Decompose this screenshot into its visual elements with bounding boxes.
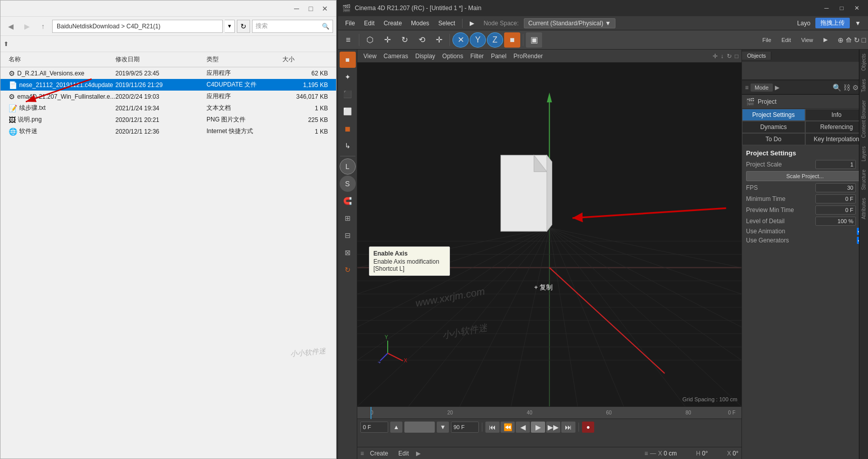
tl-arrow-up[interactable]: ▲ <box>390 422 402 433</box>
tl-skip-start[interactable]: ⏮ <box>485 422 500 433</box>
bottom-menu-btn[interactable]: ≡ <box>360 450 364 457</box>
menu-select[interactable]: Select <box>434 19 459 28</box>
transform-tool-button[interactable]: ✛ <box>431 32 447 48</box>
lt-s-btn[interactable]: S <box>340 176 356 192</box>
vp-menu-panel[interactable]: Panel <box>488 52 510 61</box>
min-time-input[interactable] <box>815 194 856 203</box>
attr-menu-icon[interactable]: ≡ <box>745 84 749 91</box>
vtab-content-browser[interactable]: Content Browser <box>860 96 867 142</box>
minimize-button[interactable]: ─ <box>290 2 304 16</box>
vp-menu-display[interactable]: Display <box>412 52 438 61</box>
address-path[interactable]: BaiduNetdiskDownload > C4D_R21(1) <box>52 20 223 33</box>
toolbar-icon-2[interactable]: ⟰ <box>846 36 852 44</box>
lt-axis-btn[interactable]: L <box>340 158 356 175</box>
lt-magnet[interactable]: 🧲 <box>340 193 356 209</box>
tl-skip-end[interactable]: ⏭ <box>561 422 575 433</box>
lt-grid1[interactable]: ⊞ <box>340 210 356 226</box>
attr-gear-icon[interactable]: ⚙ <box>852 84 859 92</box>
table-row[interactable]: ⚙ D_R.21.All_Versions.exe 2019/9/25 23:4… <box>1 67 336 79</box>
tab-objects[interactable]: Objects <box>742 52 771 60</box>
table-row[interactable]: 📝 续步骤.txt 2021/1/24 19:34 文本文档 1 KB <box>1 102 336 114</box>
up-button[interactable]: ↑ <box>36 19 50 33</box>
toolbar-icon-3[interactable]: ↻ <box>854 36 860 44</box>
bottom-arrow-btn[interactable]: ▶ <box>415 449 422 458</box>
tl-step-back[interactable]: ⏪ <box>501 422 515 433</box>
search-box[interactable]: 搜索 🔍 <box>252 20 333 33</box>
move-tool-button[interactable]: ✛ <box>379 32 395 48</box>
fps-input[interactable] <box>815 183 856 192</box>
attr-chain-icon[interactable]: ⛓ <box>843 84 850 92</box>
vtab-attributes[interactable]: Attributes <box>860 194 867 223</box>
toolbar-right-arrow[interactable]: ▶ <box>819 35 832 44</box>
menu-arrow[interactable]: ▶ <box>466 19 478 28</box>
object-mode-button[interactable]: ■ <box>504 32 520 48</box>
scale-project-button[interactable]: Scale Project... <box>746 171 864 181</box>
edit-menu-btn[interactable]: Edit <box>394 449 413 458</box>
tl-arrow-down[interactable]: ▼ <box>437 422 449 433</box>
xray-button[interactable]: ✕ <box>452 32 469 48</box>
table-row[interactable]: 🖼 说明.png 2020/12/1 20:21 PNG 图片文件 225 KB <box>1 114 336 126</box>
col-size[interactable]: 大小 <box>282 54 328 65</box>
lt-cube3[interactable]: ◼ <box>340 120 356 137</box>
vp-menu-cameras[interactable]: Cameras <box>381 52 411 61</box>
lod-input[interactable] <box>815 217 856 226</box>
lt-cycle[interactable]: ↻ <box>340 262 356 278</box>
menu-modes[interactable]: Modes <box>407 19 433 28</box>
table-row[interactable]: ⚙ ema4D-21.207_Win_Fullinstaller.e... 20… <box>1 91 336 102</box>
menu-file[interactable]: File <box>341 19 359 28</box>
close-button[interactable]: ✕ <box>318 2 332 16</box>
col-name[interactable]: 名称 <box>9 54 115 65</box>
toolbar-menu-icon[interactable]: ≡ <box>340 32 356 48</box>
lt-grid3[interactable]: ⊠ <box>340 244 356 261</box>
lt-star[interactable]: ✦ <box>340 69 356 85</box>
vp-icon-move[interactable]: ✛ <box>713 53 718 60</box>
toolbar-icon-4[interactable]: □ <box>862 36 866 44</box>
menu-nodespace-value[interactable]: Current (Standard/Physical) ▼ <box>524 18 615 28</box>
address-dropdown[interactable]: ▼ <box>225 20 235 33</box>
cloud-button[interactable]: 拖拽上传 <box>815 18 850 28</box>
col-type[interactable]: 类型 <box>206 54 282 65</box>
table-row[interactable]: 📄 nese_21112_20191121.c4dupdate 2019/11/… <box>1 79 336 91</box>
attr-lock-icon[interactable]: 🔍 <box>833 84 841 92</box>
playhead[interactable] <box>370 407 371 419</box>
c4d-close-button[interactable]: ✕ <box>850 3 864 14</box>
lt-grid2[interactable]: ⊟ <box>340 227 356 243</box>
lt-arrow[interactable]: ↳ <box>340 138 356 154</box>
c4d-maximize-button[interactable]: □ <box>835 3 849 14</box>
frame-start-input[interactable] <box>360 422 388 433</box>
vp-menu-options[interactable]: Options <box>439 52 466 61</box>
menu-create[interactable]: Create <box>380 19 406 28</box>
lt-cube2[interactable]: ⬜ <box>340 103 356 119</box>
col-modified[interactable]: 修改日期 <box>115 54 206 65</box>
menu-edit[interactable]: Edit <box>360 19 379 28</box>
viewport[interactable]: Perspective Default Camera •° <box>357 63 741 406</box>
refresh-button[interactable]: ↻ <box>237 20 250 33</box>
lt-cube[interactable]: ⬛ <box>340 86 356 102</box>
subtab-dynamics[interactable]: Dynamics <box>742 121 805 133</box>
vp-icon-down[interactable]: ↓ <box>721 53 724 60</box>
tl-record[interactable]: ● <box>582 422 594 433</box>
mode-button[interactable]: Mode <box>751 84 773 92</box>
rotate-tool-button[interactable]: ↻ <box>396 32 412 48</box>
lt-cube-orange[interactable]: ■ <box>340 52 356 68</box>
menu-arrow-right[interactable]: ▼ <box>851 19 865 28</box>
subtab-project-settings[interactable]: Project Settings <box>742 109 805 121</box>
vp-menu-filter[interactable]: Filter <box>467 52 487 61</box>
tl-play[interactable]: ▶ <box>531 422 545 433</box>
forward-button[interactable]: ▶ <box>20 19 34 33</box>
tl-step-forward[interactable]: ▶▶ <box>546 422 560 433</box>
z-button[interactable]: Z <box>487 32 503 48</box>
vtab-layers[interactable]: Layers <box>860 142 867 165</box>
menu-layo[interactable]: Layo <box>793 19 814 28</box>
y-button[interactable]: Y <box>470 32 486 48</box>
tl-scrubber[interactable] <box>404 422 435 433</box>
create-menu-btn[interactable]: Create <box>366 449 392 458</box>
c4d-minimize-button[interactable]: ─ <box>819 3 834 14</box>
toolbar-right-edit[interactable]: Edit <box>777 36 795 44</box>
select-tool-button[interactable]: ⬡ <box>362 32 378 48</box>
project-scale-input[interactable] <box>815 160 856 169</box>
vp-menu-view[interactable]: View <box>360 52 380 61</box>
toolbar-right-view[interactable]: View <box>797 36 817 44</box>
bottom-icon1[interactable]: ≡ <box>644 450 648 457</box>
subtab-todo[interactable]: To Do <box>742 133 805 145</box>
